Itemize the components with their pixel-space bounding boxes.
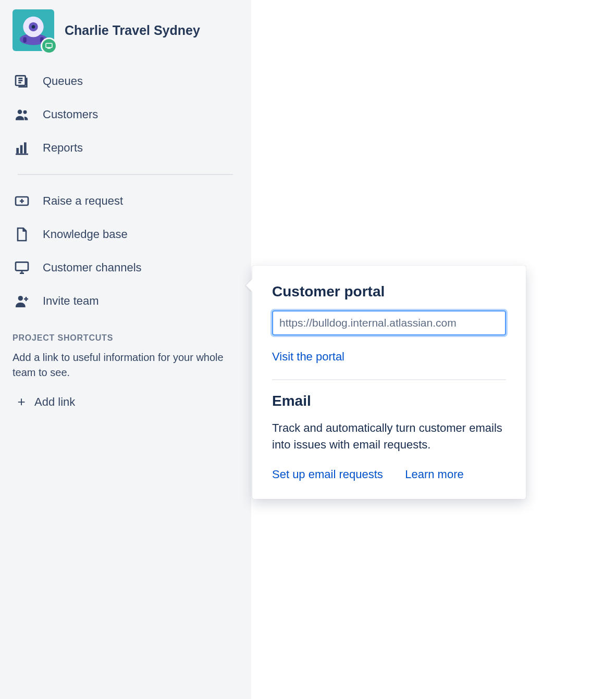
project-avatar[interactable] [13, 9, 54, 51]
knowledge-base-icon [13, 225, 31, 244]
sidebar-item-label: Queues [43, 74, 83, 88]
sidebar-item-label: Raise a request [43, 194, 123, 208]
add-link-label: Add link [34, 395, 75, 409]
customers-icon [13, 105, 31, 124]
visit-portal-link[interactable]: Visit the portal [272, 350, 344, 364]
project-title: Charlie Travel Sydney [65, 23, 200, 38]
svg-rect-4 [23, 37, 27, 43]
svg-rect-6 [46, 43, 52, 47]
project-header: Charlie Travel Sydney [0, 9, 251, 61]
svg-point-9 [23, 110, 27, 114]
project-shortcuts-heading: PROJECT SHORTCUTS [0, 321, 251, 346]
sidebar-divider [18, 174, 233, 175]
main-area: Customer portal Visit the portal Email T… [251, 0, 616, 699]
sidebar-item-label: Invite team [43, 294, 99, 308]
svg-point-3 [32, 25, 35, 29]
sidebar-item-label: Customers [43, 108, 98, 121]
portal-url-input[interactable] [272, 310, 506, 335]
svg-point-16 [18, 296, 23, 301]
sidebar-item-customers[interactable]: Customers [0, 98, 251, 131]
sidebar-item-queues[interactable]: Queues [0, 65, 251, 98]
setup-email-requests-link[interactable]: Set up email requests [272, 468, 383, 481]
plus-icon: + [13, 394, 30, 410]
email-heading: Email [272, 393, 506, 409]
email-desc: Track and automatically turn customer em… [272, 420, 506, 453]
invite-team-icon [13, 292, 31, 310]
sidebar-item-raise-request[interactable]: Raise a request [0, 184, 251, 218]
sidebar-item-customer-channels[interactable]: Customer channels [0, 251, 251, 284]
sidebar-item-reports[interactable]: Reports [0, 131, 251, 165]
raise-request-icon [13, 192, 31, 210]
add-link-button[interactable]: + Add link [0, 389, 251, 415]
sidebar-item-label: Customer channels [43, 261, 142, 274]
svg-rect-10 [16, 148, 19, 154]
nav-primary-group: Queues Customers [0, 61, 251, 168]
nav-secondary-group: Raise a request Knowledge base Customer … [0, 181, 251, 321]
monitor-icon [13, 258, 31, 277]
service-desk-badge-icon [41, 38, 57, 54]
sidebar-item-knowledge-base[interactable]: Knowledge base [0, 218, 251, 251]
queues-icon [13, 72, 31, 91]
project-shortcuts-desc: Add a link to useful information for you… [0, 346, 251, 389]
svg-point-8 [18, 109, 22, 114]
svg-rect-15 [16, 262, 28, 270]
sidebar-item-label: Knowledge base [43, 228, 128, 241]
customer-channels-popover: Customer portal Visit the portal Email T… [252, 266, 526, 499]
learn-more-link[interactable]: Learn more [405, 468, 464, 481]
svg-rect-12 [24, 142, 27, 153]
reports-icon [13, 139, 31, 157]
svg-rect-11 [20, 145, 23, 154]
svg-rect-13 [16, 154, 28, 155]
sidebar-item-invite-team[interactable]: Invite team [0, 284, 251, 318]
popover-divider [272, 379, 506, 380]
sidebar-item-label: Reports [43, 141, 83, 155]
customer-portal-heading: Customer portal [272, 283, 506, 300]
sidebar: Charlie Travel Sydney Queues [0, 0, 251, 699]
